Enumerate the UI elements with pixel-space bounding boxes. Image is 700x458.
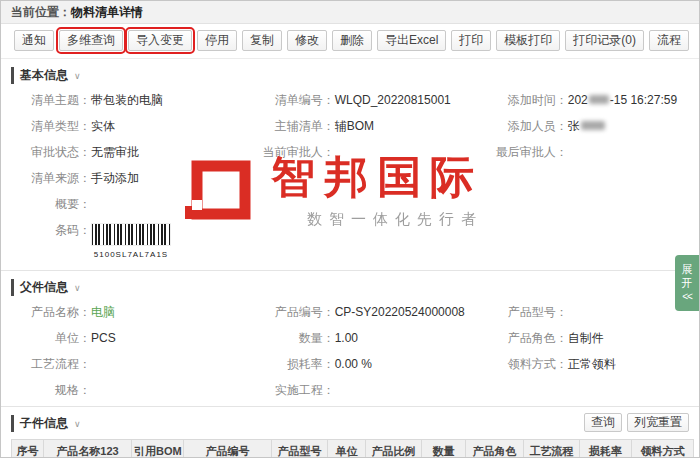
field-label: 实施工程： [255, 383, 335, 398]
print-record-button[interactable]: 打印记录(0) [565, 30, 644, 51]
field-type: 清单类型： 实体 [11, 119, 255, 134]
field-mainaux: 主辅清单： 辅BOM [255, 119, 488, 134]
child-items-title[interactable]: 子件信息 ∨ [11, 415, 81, 432]
col-header-loss: 损耗率 [580, 440, 632, 458]
field-label: 清单主题： [11, 93, 91, 108]
col-header-qty: 数量 [422, 440, 466, 458]
expand-panel-tab[interactable]: 展开 << [675, 255, 699, 311]
field-value: 自制件 [568, 331, 604, 346]
col-header-unit: 单位 [328, 440, 366, 458]
col-header-product-name: 产品名称123 [44, 440, 132, 458]
parent-info-grid: 产品名称： 电脑 产品编号： CP-SY20220524000008 产品型号：… [11, 305, 689, 398]
field-label: 清单编号： [255, 93, 335, 108]
query-button[interactable]: 查询 [584, 413, 622, 432]
basic-info-title-text: 基本信息 [20, 67, 68, 84]
field-label: 数量： [255, 331, 335, 346]
field-label: 条码： [11, 223, 91, 238]
field-label: 产品编号： [255, 305, 335, 320]
basic-info-title[interactable]: 基本信息 ∨ [11, 67, 689, 84]
redacted-blur [589, 95, 609, 104]
field-label: 清单来源： [11, 171, 91, 186]
col-header-no: 序号 [12, 440, 44, 458]
field-product-name: 产品名称： 电脑 [11, 305, 255, 320]
breadcrumb-label: 当前位置： [11, 4, 71, 21]
parent-info-title[interactable]: 父件信息 ∨ [11, 279, 689, 296]
col-header-ref-bom: 引用BOM [132, 440, 184, 458]
notify-button[interactable]: 通知 [14, 30, 54, 51]
field-craft: 工艺流程： [11, 357, 255, 372]
field-value: PCS [91, 331, 116, 346]
copy-button[interactable]: 复制 [242, 30, 282, 51]
field-value: 无需审批 [91, 145, 139, 160]
field-label: 工艺流程： [11, 357, 91, 372]
field-value: 正常领料 [568, 357, 616, 372]
field-label: 主辅清单： [255, 119, 335, 134]
field-value: 实体 [91, 119, 115, 134]
col-header-craft: 工艺流程 [524, 440, 580, 458]
multi-query-button[interactable]: 多维查询 [59, 30, 123, 51]
field-code: 清单编号： WLQD_20220815001 [255, 93, 488, 108]
template-print-button[interactable]: 模板打印 [496, 30, 560, 51]
delete-button[interactable]: 删除 [332, 30, 372, 51]
field-value: 张 [568, 119, 606, 134]
field-label: 产品型号： [488, 305, 568, 320]
field-adder: 添加人员： 张 [488, 119, 689, 134]
parent-info-section: 父件信息 ∨ 产品名称： 电脑 产品编号： CP-SY2022052400000… [1, 270, 699, 406]
edit-button[interactable]: 修改 [287, 30, 327, 51]
field-value: CP-SY20220524000008 [335, 305, 465, 320]
col-header-product-code: 产品编号 [184, 440, 272, 458]
field-value: WLQD_20220815001 [335, 93, 451, 108]
field-value: 202-15 16:27:59 [568, 93, 677, 108]
table-header-row: 序号 产品名称123 引用BOM 产品编号 产品型号 单位 产品比例 数量 产品… [12, 440, 694, 458]
expand-label: 展开 [678, 262, 696, 290]
chevron-down-icon: ∨ [74, 71, 81, 81]
child-items-section: 子件信息 ∨ 查询 列宽重置 序号 产品名称123 引用BOM 产品编号 [1, 406, 699, 458]
field-label: 损耗率： [255, 357, 335, 372]
field-label: 产品角色： [488, 331, 568, 346]
field-label: 审批状态： [11, 145, 91, 160]
field-label: 概要： [11, 197, 91, 212]
col-header-pick: 领料方式 [632, 440, 694, 458]
field-value: 0.00 % [335, 357, 372, 372]
field-label: 领料方式： [488, 357, 568, 372]
bom-detail-page: 当前位置： 物料清单详情 通知 多维查询 导入变更 停用 复制 修改 删除 导出… [0, 0, 700, 458]
import-change-button[interactable]: 导入变更 [128, 30, 192, 51]
field-product-model: 产品型号： [488, 305, 689, 320]
basic-info-grid: 清单主题： 带包装的电脑 清单编号： WLQD_20220815001 添加时间… [11, 93, 689, 262]
collapse-arrows-icon: << [678, 290, 696, 304]
field-label: 当前审批人： [255, 145, 335, 160]
field-label: 产品名称： [11, 305, 91, 320]
field-value: 带包装的电脑 [91, 93, 163, 108]
barcode-text: 5100SL7AL7A1S [91, 247, 171, 262]
field-value: 1.00 [335, 331, 358, 346]
page-title: 物料清单详情 [71, 4, 143, 21]
parent-info-title-text: 父件信息 [20, 279, 68, 296]
field-subject: 清单主题： 带包装的电脑 [11, 93, 255, 108]
field-label: 规格： [11, 383, 91, 398]
field-label: 添加时间： [488, 93, 568, 108]
field-pick: 领料方式： 正常领料 [488, 357, 689, 372]
field-impl: 实施工程： [255, 383, 488, 398]
export-excel-button[interactable]: 导出Excel [377, 30, 446, 51]
reset-column-width-button[interactable]: 列宽重置 [627, 413, 689, 432]
disable-button[interactable]: 停用 [197, 30, 237, 51]
product-name-link[interactable]: 电脑 [91, 305, 115, 320]
field-loss: 损耗率： 0.00 % [255, 357, 488, 372]
field-label: 单位： [11, 331, 91, 346]
field-approve-status: 审批状态： 无需审批 [11, 145, 255, 160]
child-items-title-text: 子件信息 [20, 415, 68, 432]
field-role: 产品角色： 自制件 [488, 331, 689, 346]
print-button[interactable]: 打印 [451, 30, 491, 51]
workflow-button[interactable]: 流程 [649, 30, 689, 51]
field-label: 最后审批人： [488, 145, 568, 160]
field-label: 添加人员： [488, 119, 568, 134]
breadcrumb: 当前位置： 物料清单详情 [1, 1, 699, 24]
field-add-time: 添加时间： 202-15 16:27:59 [488, 93, 689, 108]
redacted-blur [581, 121, 605, 130]
chevron-down-icon: ∨ [74, 419, 81, 429]
col-header-role: 产品角色 [466, 440, 524, 458]
field-label: 清单类型： [11, 119, 91, 134]
field-last-approver: 最后审批人： [488, 145, 689, 160]
field-source: 清单来源： 手动添加 [11, 171, 255, 186]
field-summary: 概要： [11, 197, 255, 212]
